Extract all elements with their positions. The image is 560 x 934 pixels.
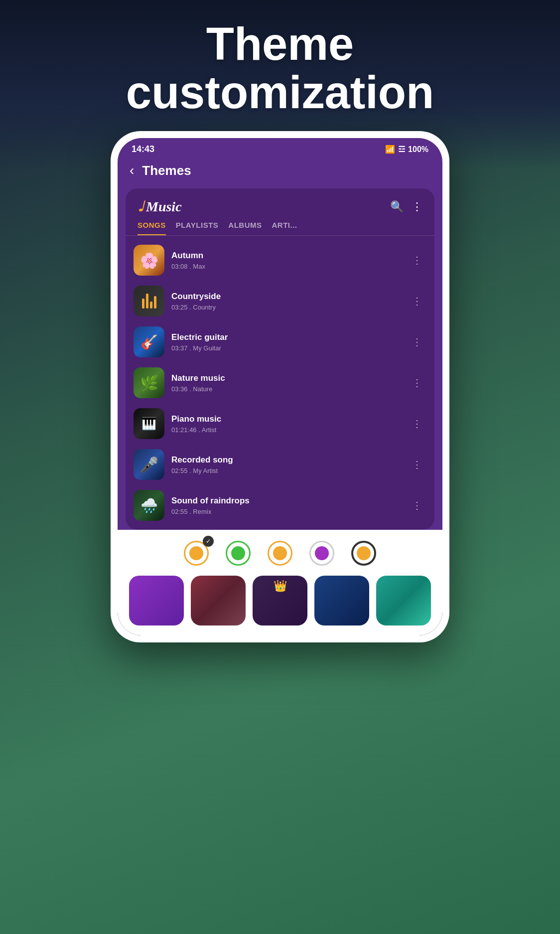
- song-thumbnail-nature: 🌿: [134, 367, 164, 398]
- song-meta: 03:37 . My Guitar: [171, 344, 401, 352]
- list-item[interactable]: Countryside 03:25 . Country ⋮: [126, 281, 434, 321]
- song-thumbnail-countryside: [134, 286, 164, 316]
- song-name: Sound of raindrops: [171, 496, 401, 506]
- flower-icon: 🌸: [140, 252, 158, 269]
- music-logo: Music: [138, 198, 182, 215]
- music-actions: 🔍 ⋮: [390, 200, 422, 213]
- list-item[interactable]: 🌸 Autumn 03:08 . Max ⋮: [126, 240, 434, 281]
- crown-icon: 👑: [274, 580, 287, 593]
- music-card: Music 🔍 ⋮ SONGS PLAYLISTS ALBUMS ARTI...…: [126, 188, 434, 530]
- song-meta: 01:21:46 . Artist: [171, 426, 401, 434]
- song-name: Electric guitar: [171, 332, 401, 342]
- song-list: 🌸 Autumn 03:08 . Max ⋮: [126, 240, 434, 526]
- list-item[interactable]: 🌧️ Sound of raindrops 02:55 . Remix ⋮: [126, 485, 434, 526]
- song-thumbnail-raindrops: 🌧️: [134, 490, 164, 521]
- page-title: Theme customization: [126, 20, 434, 116]
- list-item[interactable]: 🎸 Electric guitar 03:37 . My Guitar ⋮: [126, 321, 434, 362]
- guitar-icon: 🎸: [140, 334, 158, 350]
- song-more-button[interactable]: ⋮: [408, 416, 426, 432]
- page-header: Theme customization: [106, 20, 454, 116]
- theme-dot-4[interactable]: [306, 538, 337, 569]
- theme-dot-1[interactable]: ✓: [181, 538, 212, 569]
- song-info-raindrops: Sound of raindrops 02:55 . Remix: [171, 496, 401, 515]
- more-options-icon[interactable]: ⋮: [412, 200, 422, 213]
- mic-icon: 🎤: [140, 456, 158, 473]
- song-thumbnail-electric: 🎸: [134, 326, 164, 357]
- song-more-button[interactable]: ⋮: [408, 334, 426, 350]
- song-meta: 03:36 . Nature: [171, 385, 401, 393]
- tabs: SONGS PLAYLISTS ALBUMS ARTI...: [126, 221, 434, 236]
- theme-dots: ✓: [126, 538, 434, 569]
- song-thumbnail-recorded: 🎤: [134, 449, 164, 480]
- back-button[interactable]: ‹: [130, 162, 134, 178]
- list-item[interactable]: 🎹 Piano music 01:21:46 . Artist ⋮: [126, 403, 434, 444]
- song-meta: 03:08 . Max: [171, 263, 401, 270]
- theme-swatches: 👑: [126, 576, 434, 625]
- tab-artists[interactable]: ARTI...: [272, 221, 297, 235]
- battery-label: 100%: [408, 145, 428, 154]
- song-meta: 02:55 . Remix: [171, 508, 401, 515]
- search-icon[interactable]: 🔍: [390, 200, 404, 213]
- audio-bars-icon: [142, 294, 156, 309]
- list-item[interactable]: 🎤 Recorded song 02:55 . My Artist ⋮: [126, 444, 434, 485]
- app-nav-header: ‹ Themes: [118, 157, 442, 188]
- song-name: Countryside: [171, 292, 401, 302]
- song-info-recorded: Recorded song 02:55 . My Artist: [171, 455, 401, 474]
- music-top-bar: Music 🔍 ⋮: [126, 188, 434, 221]
- song-info-piano: Piano music 01:21:46 . Artist: [171, 414, 401, 434]
- song-more-button[interactable]: ⋮: [408, 252, 426, 268]
- tab-songs[interactable]: SONGS: [138, 221, 166, 235]
- song-more-button[interactable]: ⋮: [408, 375, 426, 391]
- song-more-button[interactable]: ⋮: [408, 457, 426, 472]
- song-info-nature: Nature music 03:36 . Nature: [171, 373, 401, 393]
- song-name: Piano music: [171, 414, 401, 424]
- phone-mockup: 14:43 📶 ☲ 100% ‹ Themes Music 🔍 ⋮: [111, 131, 449, 642]
- phone-bottom: ✓: [118, 530, 442, 635]
- selected-badge: ✓: [203, 536, 214, 547]
- song-thumbnail-piano: 🎹: [134, 408, 164, 439]
- wifi-icon: 📶: [385, 145, 395, 154]
- raindrops-icon: 🌧️: [140, 497, 158, 514]
- tab-albums[interactable]: ALBUMS: [228, 221, 262, 235]
- song-info-electric: Electric guitar 03:37 . My Guitar: [171, 332, 401, 352]
- theme-swatch-red[interactable]: [191, 576, 246, 625]
- app-title: Themes: [142, 163, 191, 178]
- song-meta: 02:55 . My Artist: [171, 467, 401, 474]
- song-name: Nature music: [171, 373, 401, 383]
- theme-swatch-blue[interactable]: [314, 576, 369, 625]
- song-name: Autumn: [171, 251, 401, 261]
- song-name: Recorded song: [171, 455, 401, 465]
- status-icons: 📶 ☲ 100%: [385, 145, 428, 154]
- song-more-button[interactable]: ⋮: [408, 293, 426, 309]
- piano-icon: 🎹: [141, 417, 156, 431]
- theme-dot-3[interactable]: [265, 538, 295, 569]
- theme-swatch-dark[interactable]: 👑: [253, 576, 307, 625]
- theme-swatch-teal[interactable]: [376, 576, 431, 625]
- list-item[interactable]: 🌿 Nature music 03:36 . Nature ⋮: [126, 362, 434, 403]
- song-info-autumn: Autumn 03:08 . Max: [171, 251, 401, 270]
- phone-screen: 14:43 📶 ☲ 100% ‹ Themes Music 🔍 ⋮: [118, 138, 442, 635]
- song-more-button[interactable]: ⋮: [408, 497, 426, 513]
- leaf-icon: 🌿: [140, 374, 158, 392]
- song-meta: 03:25 . Country: [171, 304, 401, 311]
- theme-swatch-purple[interactable]: [129, 576, 184, 625]
- theme-dot-2[interactable]: [223, 538, 254, 569]
- signal-icon: ☲: [398, 145, 405, 154]
- status-bar: 14:43 📶 ☲ 100%: [118, 138, 442, 157]
- theme-dot-5[interactable]: [348, 538, 379, 569]
- song-info-countryside: Countryside 03:25 . Country: [171, 292, 401, 311]
- tab-playlists[interactable]: PLAYLISTS: [176, 221, 219, 235]
- song-thumbnail-autumn: 🌸: [134, 245, 164, 276]
- time-display: 14:43: [132, 144, 154, 155]
